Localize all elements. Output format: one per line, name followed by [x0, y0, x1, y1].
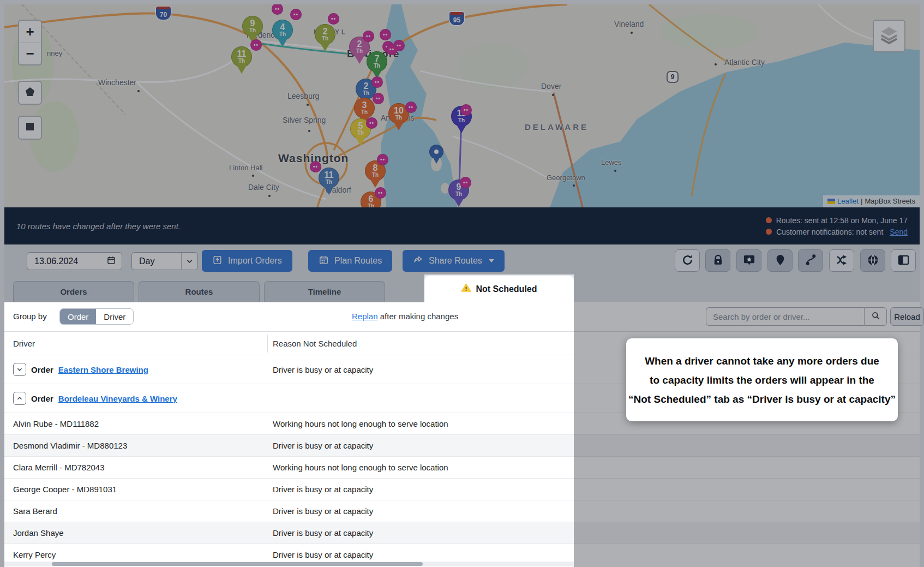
import-orders-button[interactable]: Import Orders	[202, 250, 292, 272]
cluster-badge-icon[interactable]: ••	[405, 102, 417, 113]
tab-not-scheduled[interactable]: Not Scheduled	[424, 276, 574, 302]
driver-name: Sara Berard	[13, 506, 57, 516]
map-town-dot	[573, 184, 575, 187]
polygon-select-button[interactable]	[18, 81, 42, 105]
notification-bar: 10 routes have changed after they were s…	[4, 207, 920, 244]
group-by-driver-option[interactable]: Driver	[96, 309, 133, 324]
map-depot-pin[interactable]	[429, 145, 443, 166]
cluster-badge-icon[interactable]: ••	[371, 76, 383, 88]
map-zoom-control[interactable]: + −	[18, 20, 42, 65]
replan-hint: Replan after making changes	[352, 312, 458, 321]
rectangle-select-button[interactable]	[18, 116, 42, 140]
map-place-label: Silver Spring	[283, 116, 326, 124]
map-place-label: Dale City	[248, 183, 279, 192]
cluster-badge-icon[interactable]: ••	[250, 39, 262, 51]
driver-row[interactable]: George Cooper - MD891031Driver is busy o…	[4, 478, 920, 500]
share-routes-button[interactable]: Share Routes	[403, 250, 505, 272]
group-by-order-option[interactable]: Order	[60, 309, 96, 324]
map-canvas[interactable]: nneyWinchesterFrederickMARYLBaltimoreLee…	[4, 4, 920, 207]
zoom-out-button[interactable]: −	[19, 43, 41, 64]
date-picker[interactable]: 13.06.2024	[27, 252, 122, 270]
driver-name: George Cooper - MD891031	[13, 485, 117, 494]
status-dot-icon	[766, 229, 772, 235]
order-prefix-label: Order	[31, 365, 53, 374]
search-input[interactable]	[706, 307, 864, 326]
map-marker-pin[interactable]: 4Th	[272, 20, 293, 50]
group-by-label: Group by	[13, 312, 47, 321]
driver-row[interactable]: Jordan ShayeDriver is busy or at capacit…	[4, 522, 920, 544]
cluster-badge-icon[interactable]: ••	[386, 44, 398, 55]
feedback-star-button[interactable]	[736, 249, 761, 272]
globe-icon	[867, 254, 879, 268]
driver-row[interactable]: Sara BerardDriver is busy or at capacity	[4, 500, 920, 522]
refresh-button[interactable]	[675, 249, 700, 272]
cluster-badge-icon[interactable]: ••	[363, 31, 374, 42]
walkthrough-tooltip: When a driver cannot take any more order…	[626, 338, 898, 421]
map-marker-pin[interactable]: 11Th	[319, 168, 339, 198]
location-pin-icon	[774, 254, 787, 268]
tab-orders[interactable]: Orders	[13, 281, 134, 302]
calendar-icon	[106, 255, 116, 267]
lock-button[interactable]	[705, 249, 730, 272]
map-place-label: Vineland	[614, 20, 644, 28]
map-town-dot	[252, 175, 254, 177]
attribution-provider: MapBox Streets	[865, 197, 916, 205]
refresh-icon	[681, 254, 694, 268]
collapse-button[interactable]	[13, 392, 26, 405]
customer-notifications-status: Customer notifications: not sent Send	[766, 228, 908, 236]
cluster-badge-icon[interactable]: ••	[460, 177, 471, 188]
map-place-label: Dover	[541, 82, 561, 91]
reason-text: Driver is busy or at capacity	[273, 506, 373, 516]
map-town-dot	[614, 170, 616, 172]
tab-routes[interactable]: Routes	[139, 281, 260, 302]
cluster-badge-icon[interactable]: ••	[310, 161, 321, 172]
group-by-segmented-control[interactable]: Order Driver	[59, 308, 134, 325]
cluster-badge-icon[interactable]: ••	[366, 117, 377, 129]
zoom-in-button[interactable]: +	[19, 21, 41, 43]
order-link[interactable]: Bordeleau Vineyards & Winery	[58, 394, 177, 403]
cluster-badge-icon[interactable]: ••	[460, 104, 472, 116]
reason-text: Working hours not long enough to serve l…	[273, 463, 448, 472]
leaflet-link[interactable]: Leaflet	[837, 197, 859, 205]
square-icon	[26, 122, 34, 133]
location-pin-button[interactable]	[767, 249, 793, 272]
map-town-dot	[308, 130, 310, 132]
cluster-badge-icon[interactable]: ••	[328, 13, 339, 25]
cluster-badge-icon[interactable]: ••	[380, 29, 391, 40]
period-select[interactable]: Day	[131, 252, 198, 270]
map-marker-pin[interactable]: 11Th	[231, 46, 252, 77]
reason-text: Driver is busy or at capacity	[273, 485, 373, 494]
routes-changed-message: 10 routes have changed after they were s…	[16, 222, 181, 231]
order-link[interactable]: Eastern Shore Brewing	[58, 365, 148, 374]
plan-routes-button[interactable]: Plan Routes	[308, 250, 392, 272]
search-button[interactable]	[864, 307, 887, 326]
side-panel-button[interactable]	[891, 249, 916, 272]
warning-icon	[461, 283, 471, 295]
replan-link[interactable]: Replan	[352, 312, 378, 321]
globe-button[interactable]	[860, 249, 885, 272]
horizontal-scrollbar-thumb[interactable]	[52, 562, 423, 566]
search-icon	[871, 311, 881, 323]
reload-button[interactable]: Reload	[890, 307, 924, 326]
route-stops-button[interactable]	[798, 249, 823, 272]
tooltip-line: “Not Scheduled” tab as “Driver is busy o…	[628, 390, 896, 409]
route-branch-button[interactable]	[829, 249, 854, 272]
tab-timeline[interactable]: Timeline	[264, 281, 385, 302]
feedback-star-icon	[743, 254, 755, 268]
cluster-badge-icon[interactable]: ••	[290, 9, 302, 20]
cluster-badge-icon[interactable]: ••	[373, 93, 384, 104]
driver-row[interactable]: Desmond Vladimir - MD880123Driver is bus…	[4, 434, 920, 456]
cluster-badge-icon[interactable]: ••	[377, 154, 388, 165]
map-marker-pin[interactable]: 2Th	[315, 24, 335, 55]
map-layers-button[interactable]	[873, 20, 905, 52]
map-town-dot	[715, 63, 717, 65]
map-place-label: Atlantic City	[724, 58, 765, 67]
send-link[interactable]: Send	[890, 228, 908, 236]
driver-row[interactable]: Clara Merrill - MD782043Working hours no…	[4, 456, 920, 478]
calendar-plan-icon	[319, 255, 329, 267]
layers-icon	[879, 25, 899, 47]
driver-name: Jordan Shaye	[13, 528, 64, 538]
cluster-badge-icon[interactable]: ••	[375, 187, 386, 199]
pentagon-icon	[25, 86, 35, 99]
expand-button[interactable]	[13, 363, 26, 376]
